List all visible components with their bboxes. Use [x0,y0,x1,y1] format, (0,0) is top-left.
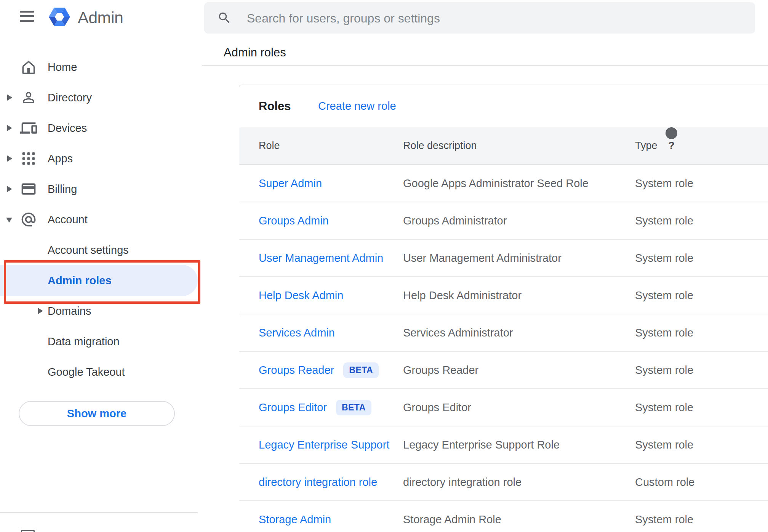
role-type: System role [635,202,693,239]
sidebar-item-directory[interactable]: Directory [0,82,202,113]
table-row: Groups ReaderBETA Groups Reader System r… [239,352,768,389]
column-header-type: Type [635,127,658,164]
create-new-role-link[interactable]: Create new role [318,85,396,127]
help-icon[interactable]: ? [666,127,677,139]
role-type: System role [635,314,693,351]
sidebar: Admin Home Directory Devices Apps Billin… [0,0,202,532]
role-type: System role [635,352,693,388]
expand-arrow-icon[interactable] [7,186,12,192]
beta-badge: BETA [343,362,379,378]
sidebar-item-label: Apps [48,143,73,174]
sidebar-item-devices[interactable]: Devices [0,113,202,143]
role-link[interactable]: User Management Admin [259,252,383,264]
sidebar-item-billing[interactable]: Billing [0,174,202,204]
menu-bar [20,11,34,13]
show-more-button[interactable]: Show more [19,401,175,426]
role-description: Google Apps Administrator Seed Role [403,165,589,202]
menu-bar [20,20,34,22]
roles-card: Roles Create new role Role Role descript… [239,85,768,532]
search-icon [217,11,232,25]
role-description: directory integration role [403,464,522,500]
role-link[interactable]: Help Desk Admin [259,289,343,301]
table-row: Groups AdminBETA Groups Administrator Sy… [239,202,768,240]
role-link[interactable]: Services Admin [259,327,335,339]
table-row: Legacy Enterprise SupportBETA Legacy Ent… [239,426,768,464]
sidebar-item-label: Data migration [48,326,120,357]
menu-bar [20,15,34,17]
role-link[interactable]: Super Admin [259,177,322,189]
sidebar-item-domains[interactable]: Domains [0,296,202,326]
role-type: System role [635,501,693,532]
sidebar-item-label: Directory [48,82,92,113]
role-description: Groups Editor [403,389,471,426]
role-link[interactable]: Storage Admin [259,513,331,526]
roles-title: Roles [259,85,291,127]
table-row: User Management AdminBETA User Managemen… [239,240,768,277]
roles-titlebar: Roles Create new role [239,85,768,127]
table-row: directory integration roleBETA directory… [239,464,768,501]
role-description: Groups Reader [403,352,478,388]
sidebar-item-label: Account settings [48,235,129,265]
role-description: Legacy Enterprise Support Role [403,426,560,463]
card-icon [20,181,37,197]
sidebar-item-label: Google Takeout [48,357,125,387]
table-body: Super AdminBETA Google Apps Administrato… [239,165,768,532]
collapse-arrow-icon[interactable] [6,218,12,223]
header-divider [202,65,768,66]
role-description: User Management Administrator [403,240,562,276]
person-icon [20,89,37,106]
search-input[interactable] [246,2,735,34]
table-row: Groups EditorBETA Groups Editor System r… [239,389,768,426]
table-header: Role Role description Type ? [239,127,768,165]
expand-arrow-icon[interactable] [38,308,43,314]
column-header-description: Role description [403,127,477,164]
role-type: System role [635,165,693,202]
sidebar-item-label: Account [48,204,88,235]
search-bar [204,2,755,34]
role-link[interactable]: Groups Admin [259,215,329,227]
role-type: System role [635,240,693,276]
sidebar-item-label: Domains [48,296,91,326]
sidebar-item-admin-roles[interactable]: Admin roles [0,265,202,296]
table-row: Super AdminBETA Google Apps Administrato… [239,165,768,202]
role-description: Groups Administrator [403,202,507,239]
role-link[interactable]: Groups Editor [259,401,327,413]
devices-icon [20,120,37,136]
sidebar-item-home[interactable]: Home [0,52,202,82]
role-link[interactable]: Legacy Enterprise Support [259,439,389,451]
expand-arrow-icon[interactable] [7,95,12,101]
menu-icon[interactable] [20,11,34,22]
sidebar-item-google-takeout[interactable]: Google Takeout [0,357,202,387]
beta-badge: BETA [336,400,371,415]
at-icon [20,211,37,228]
role-description: Services Administrator [403,314,513,351]
table-row: Services AdminBETA Services Administrato… [239,314,768,352]
google-admin-console: Admin Home Directory Devices Apps Billin… [0,0,768,532]
sidebar-item-apps[interactable]: Apps [0,143,202,174]
role-description: Storage Admin Role [403,501,501,532]
sidebar-item-account[interactable]: Account [0,204,202,235]
sidebar-item-data-migration[interactable]: Data migration [0,326,202,357]
app-title: Admin [78,8,123,27]
role-type: System role [635,277,693,314]
column-header-role: Role [259,127,280,164]
role-type: System role [635,389,693,426]
role-type: Custom role [635,464,694,500]
expand-arrow-icon[interactable] [7,125,12,131]
sidebar-item-account-settings[interactable]: Account settings [0,235,202,265]
breadcrumb: Admin roles [224,45,286,60]
sidebar-item-label: Admin roles [48,265,112,296]
admin-logo-icon [48,6,71,27]
role-link[interactable]: Groups Reader [259,364,334,376]
role-description: Help Desk Administrator [403,277,522,314]
role-type: System role [635,426,693,463]
sidebar-item-label: Home [48,52,77,82]
role-link[interactable]: directory integration role [259,476,377,488]
apps-icon [20,150,37,167]
table-row: Help Desk AdminBETA Help Desk Administra… [239,277,768,314]
sidebar-item-label: Billing [48,174,77,204]
table-row: Storage AdminBETA Storage Admin Role Sys… [239,501,768,532]
sidebar-item-label: Devices [48,113,87,143]
home-icon [20,59,37,75]
expand-arrow-icon[interactable] [7,155,12,162]
